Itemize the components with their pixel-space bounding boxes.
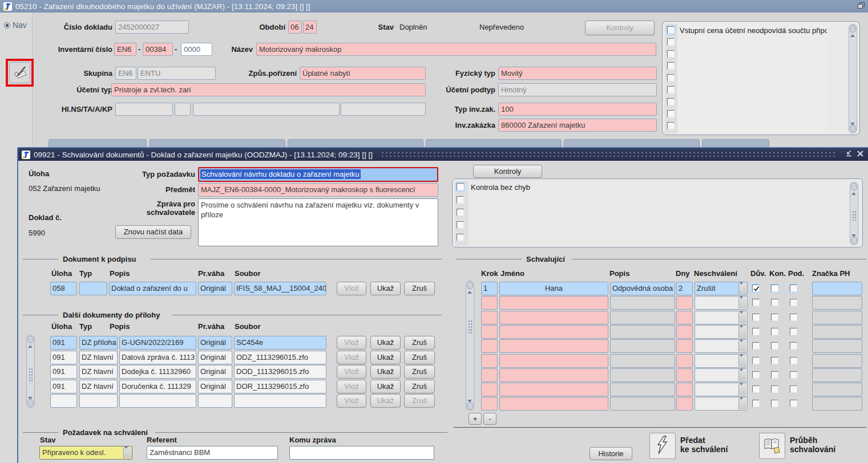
jmeno-cell[interactable] xyxy=(499,339,608,353)
pod-checkbox[interactable] xyxy=(790,385,797,393)
obdobi-month-field[interactable]: 06 xyxy=(288,21,302,34)
jmeno-cell[interactable] xyxy=(499,354,608,368)
attachments-scrollbar[interactable] xyxy=(26,335,35,408)
dny-cell[interactable] xyxy=(676,368,693,382)
reload-data-button[interactable]: Znovu načíst data xyxy=(115,225,191,239)
tab[interactable] xyxy=(49,139,147,147)
duv-checkbox[interactable] xyxy=(752,342,760,350)
vloz-button[interactable]: Vlož xyxy=(337,394,366,408)
nav-toggle[interactable]: Nav xyxy=(4,21,27,30)
neschvaleni-dropdown[interactable] xyxy=(695,339,748,353)
tab[interactable] xyxy=(150,139,285,147)
uloha-cell[interactable]: 091 xyxy=(50,365,77,379)
stav-dropdown[interactable]: Připraveno k odesl. xyxy=(39,446,132,460)
typ-cell[interactable] xyxy=(79,282,107,295)
inv-number-field[interactable]: 00384 xyxy=(143,43,173,56)
ukaz-button[interactable]: Ukaž xyxy=(370,336,401,350)
cislo-dokladu-field[interactable]: 2452000027 xyxy=(115,21,189,34)
neschvaleni-dropdown[interactable] xyxy=(695,311,748,324)
popis-cell[interactable] xyxy=(119,394,196,408)
pod-checkbox[interactable] xyxy=(790,285,797,292)
soubor-cell[interactable]: IFIS_58_MAJ__15004_2409 xyxy=(234,282,326,295)
scroll-up-icon[interactable] xyxy=(850,25,856,33)
popis-cell[interactable]: Datová zpráva č. 1113 xyxy=(119,351,196,364)
komu-zprava-field[interactable] xyxy=(289,446,434,460)
zpus-porizeni-field[interactable]: Úplatné nabytí xyxy=(300,67,426,80)
hlns-field-3[interactable] xyxy=(193,103,340,116)
duv-checkbox[interactable] xyxy=(752,400,760,407)
skupina-name-field[interactable]: ENTU xyxy=(138,67,216,80)
checklist-checkbox[interactable] xyxy=(667,98,675,105)
pod-checkbox[interactable] xyxy=(790,314,797,321)
fyzicky-typ-field[interactable]: Movitý xyxy=(498,67,657,80)
popis-cell[interactable]: Odpovědná osoba xyxy=(610,282,675,295)
krok-cell[interactable] xyxy=(481,354,498,368)
nazev-field[interactable]: Motorizovaný makroskop xyxy=(256,43,656,56)
dny-cell[interactable] xyxy=(676,296,693,310)
chevron-down-icon[interactable] xyxy=(738,398,746,409)
kon-checkbox[interactable] xyxy=(771,342,778,350)
scroll-up-icon[interactable] xyxy=(851,183,857,190)
krok-cell[interactable] xyxy=(481,296,498,310)
scroll-down-icon[interactable] xyxy=(850,125,856,132)
vloz-button[interactable]: Vlož xyxy=(337,282,366,295)
jmeno-cell[interactable] xyxy=(499,311,608,324)
jmeno-cell[interactable]: Hana xyxy=(499,282,608,295)
typ-cell[interactable]: DZ hlavní xyxy=(79,351,118,364)
zrus-button[interactable]: Zruš xyxy=(404,380,435,393)
typ-cell[interactable] xyxy=(79,394,118,408)
checklist-checkbox[interactable] xyxy=(667,50,675,58)
znacka-cell[interactable] xyxy=(812,368,862,382)
chevron-down-icon[interactable] xyxy=(123,447,131,458)
jmeno-cell[interactable] xyxy=(499,368,608,382)
znacka-cell[interactable] xyxy=(812,325,862,339)
window1-titlebar[interactable]: 05210 - Zařazení dlouhodobého majetku do… xyxy=(0,0,868,13)
znacka-cell[interactable] xyxy=(812,339,862,353)
ukaz-button[interactable]: Ukaž xyxy=(370,282,401,295)
chevron-down-icon[interactable] xyxy=(738,326,746,338)
chevron-down-icon[interactable] xyxy=(738,384,746,395)
soubor-cell[interactable] xyxy=(234,394,326,408)
chevron-down-icon[interactable] xyxy=(738,369,746,381)
soubor-cell[interactable]: DOR_1113296015.zfo xyxy=(234,380,326,393)
dny-cell[interactable]: 2 xyxy=(676,282,693,295)
zrus-button[interactable]: Zruš xyxy=(404,365,435,379)
hlns-field-4[interactable] xyxy=(341,103,426,116)
checklist-checkbox[interactable] xyxy=(667,62,675,70)
chevron-down-icon[interactable] xyxy=(738,297,746,308)
vloz-button[interactable]: Vlož xyxy=(337,380,366,393)
predat-ke-schvaleni-button[interactable] xyxy=(649,433,676,459)
scroll-down-icon[interactable] xyxy=(27,399,34,407)
popis-cell[interactable] xyxy=(610,339,675,353)
inv-prefix-field[interactable]: EN6 xyxy=(114,43,136,56)
ukaz-button[interactable]: Ukaž xyxy=(370,365,401,379)
scroll-up-icon[interactable] xyxy=(467,282,473,289)
uloha-cell[interactable]: 091 xyxy=(50,336,77,350)
krok-cell[interactable] xyxy=(481,383,498,396)
scroll-up-icon[interactable] xyxy=(27,336,34,343)
uloha-cell[interactable]: 091 xyxy=(50,380,77,393)
dny-cell[interactable] xyxy=(676,397,693,411)
scrollbar-grip[interactable] xyxy=(852,210,857,221)
pod-checkbox[interactable] xyxy=(790,328,797,335)
zprava-textarea[interactable]: Prosíme o schválení návrhu na zařazení m… xyxy=(198,198,438,246)
obdobi-year-field[interactable]: 24 xyxy=(303,21,317,34)
krok-cell[interactable] xyxy=(481,397,498,411)
vloz-button[interactable]: Vlož xyxy=(337,365,366,379)
prubeh-schvalovani-button[interactable] xyxy=(759,433,785,459)
kontrola-checkbox[interactable] xyxy=(457,221,464,229)
duv-checkbox[interactable] xyxy=(752,385,760,393)
krok-cell[interactable]: 1 xyxy=(481,282,498,295)
znacka-cell[interactable] xyxy=(812,296,862,310)
zrus-button[interactable]: Zruš xyxy=(404,394,435,408)
typ-pozadavku-field[interactable]: Schvalování návrhu dokladu o zařazení ma… xyxy=(198,167,438,182)
dny-cell[interactable] xyxy=(676,354,693,368)
kon-checkbox[interactable] xyxy=(771,371,778,379)
sign-tool-button[interactable] xyxy=(9,62,30,83)
window2-titlebar[interactable]: 09921 - Schvalování dokumentů - Doklad o… xyxy=(18,148,868,161)
popis-cell[interactable]: Dodejka č. 11132960 xyxy=(119,365,196,379)
checklist-checkbox[interactable] xyxy=(667,110,675,117)
duv-checkbox[interactable] xyxy=(752,357,760,364)
historie-button[interactable]: Historie xyxy=(590,447,632,460)
hlns-field-2[interactable] xyxy=(175,103,191,116)
